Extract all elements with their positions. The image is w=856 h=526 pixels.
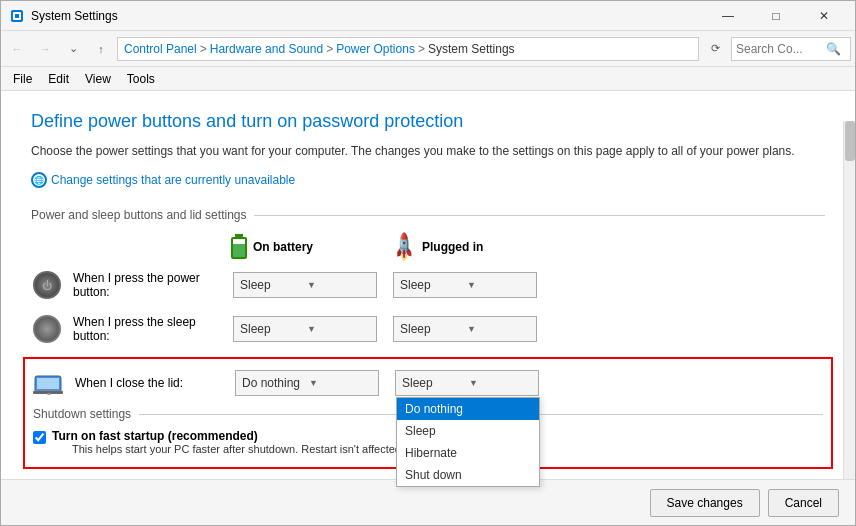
lid-plugged-in-dropdown[interactable]: Sleep ▼ Do nothing Sleep Hibernate Shut …: [395, 370, 539, 396]
power-icon: ⏻: [31, 269, 63, 301]
up-button[interactable]: ↑: [89, 37, 113, 61]
refresh-button[interactable]: ⟳: [703, 37, 727, 61]
sleep-icon: [31, 313, 63, 345]
option-do-nothing[interactable]: Do nothing: [397, 398, 539, 420]
rocket-icon: 🚀: [386, 229, 421, 264]
option-sleep[interactable]: Sleep: [397, 420, 539, 442]
breadcrumb-control-panel[interactable]: Control Panel: [124, 42, 197, 56]
sleep-button-label: When I press the sleep button:: [73, 315, 233, 343]
window-controls: — □ ✕: [705, 1, 847, 31]
col-plugged-in: 🚀 Plugged in: [391, 234, 551, 259]
content-area: Define power buttons and turn on passwor…: [1, 91, 855, 525]
scrollbar-thumb[interactable]: [845, 121, 855, 161]
option-shut-down[interactable]: Shut down: [397, 464, 539, 486]
minimize-button[interactable]: —: [705, 1, 751, 31]
page-title: Define power buttons and turn on passwor…: [31, 111, 825, 132]
menu-tools[interactable]: Tools: [119, 70, 163, 88]
sleep-button-row: When I press the sleep button: Sleep ▼ S…: [31, 313, 825, 345]
content-wrapper: Define power buttons and turn on passwor…: [1, 91, 855, 525]
chevron-down-icon: ▼: [467, 280, 530, 290]
fast-startup-checkbox[interactable]: [33, 431, 46, 444]
power-dropdowns: Sleep ▼ Sleep ▼: [233, 272, 537, 298]
option-hibernate[interactable]: Hibernate: [397, 442, 539, 464]
sleep-plugged-in-dropdown[interactable]: Sleep ▼: [393, 316, 537, 342]
main-window: System Settings — □ ✕ ← → ⌄ ↑ Control Pa…: [0, 0, 856, 526]
search-icon: 🔍: [826, 42, 841, 56]
scrollbar[interactable]: [843, 121, 855, 525]
sleep-dropdowns: Sleep ▼ Sleep ▼: [233, 316, 537, 342]
power-button-row: ⏻ When I press the power button: Sleep ▼…: [31, 269, 825, 301]
svg-point-6: [47, 393, 51, 395]
close-button[interactable]: ✕: [801, 1, 847, 31]
chevron-down-icon: ▼: [469, 378, 532, 388]
chevron-down-icon: ▼: [309, 378, 372, 388]
menu-bar: File Edit View Tools: [1, 67, 855, 91]
highlighted-section: When I close the lid: Do nothing ▼ Sleep…: [23, 357, 833, 469]
lid-dropdowns: Do nothing ▼ Sleep ▼ Do nothing Sleep Hi…: [235, 370, 539, 396]
lid-on-battery-dropdown[interactable]: Do nothing ▼: [235, 370, 379, 396]
sep3: >: [418, 42, 425, 56]
breadcrumb: Control Panel > Hardware and Sound > Pow…: [117, 37, 699, 61]
power-button-label: When I press the power button:: [73, 271, 233, 299]
title-bar: System Settings — □ ✕: [1, 1, 855, 31]
window-icon: [9, 8, 25, 24]
column-headers: On battery 🚀 Plugged in: [231, 234, 825, 259]
power-on-battery-dropdown[interactable]: Sleep ▼: [233, 272, 377, 298]
col-on-battery: On battery: [231, 234, 391, 259]
breadcrumb-power-options[interactable]: Power Options: [336, 42, 415, 56]
change-settings-link[interactable]: 🌐 Change settings that are currently una…: [31, 172, 825, 188]
sep1: >: [200, 42, 207, 56]
power-plugged-in-dropdown[interactable]: Sleep ▼: [393, 272, 537, 298]
address-bar: ← → ⌄ ↑ Control Panel > Hardware and Sou…: [1, 31, 855, 67]
search-input[interactable]: [736, 42, 826, 56]
cancel-button[interactable]: Cancel: [768, 489, 839, 517]
svg-rect-2: [15, 14, 19, 18]
sleep-on-battery-dropdown[interactable]: Sleep ▼: [233, 316, 377, 342]
maximize-button[interactable]: □: [753, 1, 799, 31]
sep2: >: [326, 42, 333, 56]
description: Choose the power settings that you want …: [31, 142, 825, 160]
chevron-down-icon: ▼: [307, 280, 370, 290]
globe-icon: 🌐: [31, 172, 47, 188]
back-button[interactable]: ←: [5, 37, 29, 61]
breadcrumb-hardware-sound[interactable]: Hardware and Sound: [210, 42, 323, 56]
menu-view[interactable]: View: [77, 70, 119, 88]
menu-edit[interactable]: Edit: [40, 70, 77, 88]
dropdown-popup: Do nothing Sleep Hibernate Shut down: [396, 397, 540, 487]
section-header: Power and sleep buttons and lid settings: [31, 208, 825, 222]
lid-row: When I close the lid: Do nothing ▼ Sleep…: [33, 367, 823, 399]
chevron-down-icon: ▼: [467, 324, 530, 334]
window-title: System Settings: [31, 9, 705, 23]
menu-file[interactable]: File: [5, 70, 40, 88]
lid-icon: [33, 367, 65, 399]
dropdown-arrow-button[interactable]: ⌄: [61, 37, 85, 61]
battery-icon: [231, 234, 247, 259]
lid-label: When I close the lid:: [75, 376, 235, 390]
svg-rect-4: [37, 378, 59, 389]
save-button[interactable]: Save changes: [650, 489, 760, 517]
search-box: 🔍: [731, 37, 851, 61]
chevron-down-icon: ▼: [307, 324, 370, 334]
forward-button[interactable]: →: [33, 37, 57, 61]
breadcrumb-system-settings: System Settings: [428, 42, 515, 56]
